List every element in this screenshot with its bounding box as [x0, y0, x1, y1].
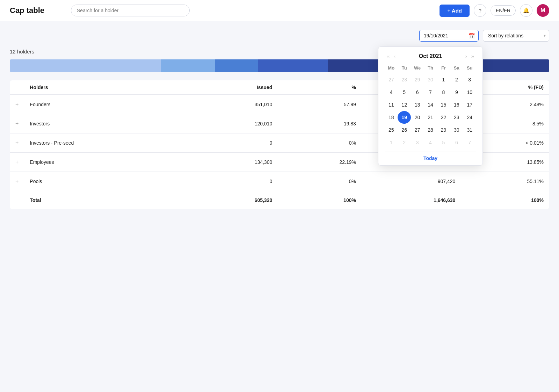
- calendar-day[interactable]: 3: [463, 73, 476, 86]
- calendar-day[interactable]: 6: [450, 136, 463, 149]
- issued-cell: 0: [191, 133, 278, 153]
- calendar-day[interactable]: 6: [411, 86, 424, 99]
- calendar-day[interactable]: 2: [450, 73, 463, 86]
- calendar-popup: « ‹ Oct 2021 › » Mo Tu We Th Fr Sa Su: [378, 46, 483, 166]
- today-button[interactable]: Today: [423, 155, 437, 161]
- holder-cell: Founders: [24, 95, 191, 114]
- expand-cell: +: [10, 114, 24, 133]
- sort-dropdown-wrap: Sort by relations Sort by name Sort by v…: [483, 30, 549, 42]
- calendar-day[interactable]: 9: [450, 86, 463, 99]
- issued-cell: 0: [191, 172, 278, 191]
- date-picker-wrap: 📅: [419, 30, 479, 42]
- issued-cell: 134,300: [191, 153, 278, 172]
- col-expand: [10, 80, 24, 95]
- calendar-week-row: 1234567: [385, 136, 476, 149]
- calendar-day[interactable]: 1: [385, 136, 398, 149]
- search-wrapper: [71, 5, 190, 16]
- holder-cell: Employees: [24, 153, 191, 172]
- next-year-button[interactable]: »: [469, 52, 476, 60]
- expand-cell: +: [10, 153, 24, 172]
- holders-count: 12 holders: [10, 49, 34, 55]
- date-input[interactable]: [419, 30, 479, 42]
- expand-button[interactable]: +: [15, 140, 19, 146]
- calendar-day[interactable]: 5: [398, 86, 411, 99]
- calendar-day[interactable]: 22: [437, 111, 450, 124]
- expand-cell: +: [10, 172, 24, 191]
- calendar-footer: Today: [385, 152, 476, 162]
- calendar-day[interactable]: 14: [424, 99, 437, 111]
- calendar-day[interactable]: 19: [398, 111, 411, 124]
- col-issued: Issued: [191, 80, 278, 95]
- calendar-day[interactable]: 21: [424, 111, 437, 124]
- calendar-day[interactable]: 7: [463, 136, 476, 149]
- language-toggle[interactable]: EN/FR: [491, 5, 516, 16]
- calendar-day[interactable]: 29: [411, 73, 424, 86]
- calendar-day[interactable]: 28: [398, 73, 411, 86]
- fd-cell: 55.11%: [461, 172, 549, 191]
- notification-button[interactable]: 🔔: [520, 4, 532, 17]
- calendar-day[interactable]: 15: [437, 99, 450, 111]
- table-row: +Pools00%907,42055.11%: [10, 172, 549, 191]
- calendar-day[interactable]: 5: [437, 136, 450, 149]
- calendar-day[interactable]: 23: [450, 111, 463, 124]
- calendar-day[interactable]: 31: [463, 124, 476, 136]
- weekday-sa: Sa: [450, 64, 463, 73]
- calendar-day[interactable]: 10: [463, 86, 476, 99]
- calendar-day[interactable]: 27: [411, 124, 424, 136]
- calendar-day[interactable]: 29: [437, 124, 450, 136]
- add-button[interactable]: + Add: [440, 5, 470, 17]
- calendar-day[interactable]: 30: [424, 73, 437, 86]
- calendar-day[interactable]: 1: [437, 73, 450, 86]
- calendar-day[interactable]: 24: [463, 111, 476, 124]
- sort-dropdown[interactable]: Sort by relations Sort by name Sort by v…: [483, 30, 549, 42]
- weekday-su: Su: [463, 64, 476, 73]
- calendar-day[interactable]: 4: [385, 86, 398, 99]
- bar-segment: [161, 59, 215, 72]
- weekday-we: We: [411, 64, 424, 73]
- weekday-th: Th: [424, 64, 437, 73]
- calendar-day[interactable]: 28: [424, 124, 437, 136]
- extra-cell: 1,646,630: [362, 191, 461, 210]
- extra-cell: 907,420: [362, 172, 461, 191]
- calendar-day[interactable]: 3: [411, 136, 424, 149]
- search-input[interactable]: [71, 5, 190, 16]
- next-month-button[interactable]: ›: [463, 52, 469, 60]
- pct-cell: 19.83: [278, 114, 362, 133]
- expand-button[interactable]: +: [15, 101, 19, 107]
- help-button[interactable]: ?: [474, 4, 486, 17]
- calendar-day[interactable]: 2: [398, 136, 411, 149]
- calendar-day[interactable]: 27: [385, 73, 398, 86]
- expand-button[interactable]: +: [15, 178, 19, 184]
- prev-month-button[interactable]: ‹: [392, 52, 398, 60]
- expand-button[interactable]: +: [15, 159, 19, 165]
- calendar-day[interactable]: 17: [463, 99, 476, 111]
- calendar-month-year: Oct 2021: [398, 53, 463, 59]
- avatar[interactable]: M: [537, 4, 549, 17]
- calendar-week-row: 18192021222324: [385, 111, 476, 124]
- calendar-day[interactable]: 11: [385, 99, 398, 111]
- header-actions: + Add ? EN/FR 🔔 M: [440, 4, 549, 17]
- calendar-day[interactable]: 25: [385, 124, 398, 136]
- bell-icon: 🔔: [523, 7, 530, 14]
- calendar-day[interactable]: 4: [424, 136, 437, 149]
- calendar-day[interactable]: 7: [424, 86, 437, 99]
- expand-cell: +: [10, 133, 24, 153]
- main-content: 📅 Sort by relations Sort by name Sort by…: [0, 21, 559, 218]
- calendar-day[interactable]: 8: [437, 86, 450, 99]
- calendar-day[interactable]: 16: [450, 99, 463, 111]
- pct-cell: 100%: [278, 191, 362, 210]
- controls-row: 📅 Sort by relations Sort by name Sort by…: [10, 30, 549, 42]
- bar-segment: [10, 59, 161, 72]
- col-holders: Holders: [24, 80, 191, 95]
- prev-year-button[interactable]: «: [385, 52, 392, 60]
- calendar-day[interactable]: 20: [411, 111, 424, 124]
- calendar-day[interactable]: 13: [411, 99, 424, 111]
- calendar-week-row: 11121314151617: [385, 99, 476, 111]
- expand-button[interactable]: +: [15, 121, 19, 126]
- weekday-tu: Tu: [398, 64, 411, 73]
- pct-cell: 57.99: [278, 95, 362, 114]
- calendar-day[interactable]: 30: [450, 124, 463, 136]
- calendar-day[interactable]: 12: [398, 99, 411, 111]
- calendar-day[interactable]: 26: [398, 124, 411, 136]
- calendar-day[interactable]: 18: [385, 111, 398, 124]
